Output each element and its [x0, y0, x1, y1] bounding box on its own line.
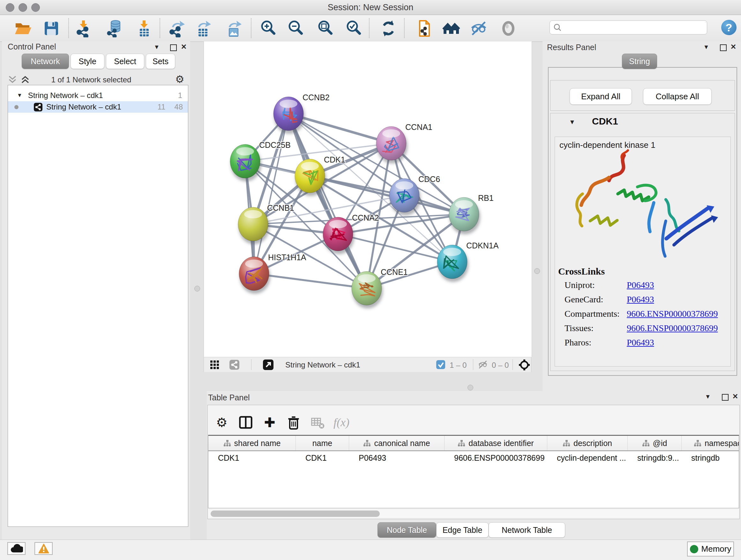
bottom-splitter-handle[interactable]: [468, 385, 473, 390]
plus-icon: ✚: [264, 415, 275, 430]
network-edge[interactable]: [254, 273, 367, 288]
network-edge[interactable]: [254, 114, 288, 273]
table-cell[interactable]: P06493: [349, 451, 445, 464]
column-header-canonical-name[interactable]: canonical name: [349, 436, 445, 450]
table-cell[interactable]: 9606.ENSP00000378699: [445, 451, 547, 464]
table-cell[interactable]: cyclin-dependent ...: [547, 451, 628, 464]
zoom-fit-button[interactable]: [316, 19, 335, 38]
table-horizontal-scrollbar[interactable]: [209, 510, 738, 517]
database-icon: [105, 19, 123, 37]
panel-close-icon[interactable]: ✕: [731, 392, 740, 401]
node-detail-card: cyclin-dependent kinase 1: [555, 137, 731, 367]
crosslink-link[interactable]: P06493: [627, 280, 654, 290]
string-home-button[interactable]: [442, 19, 461, 38]
table-row[interactable]: CDK1CDK1P064939606.ENSP00000378699cyclin…: [208, 451, 739, 464]
crosslink-row: Pharos:P06493: [555, 337, 731, 351]
panel-float-icon[interactable]: [170, 44, 177, 51]
export-table-button[interactable]: [194, 19, 212, 38]
string-results-container: Expand All Collapse All ▼ CDK1 cyclin-de…: [548, 67, 737, 376]
enhanced-graphics-toggle-button[interactable]: [469, 19, 488, 38]
import-network-file-button[interactable]: [74, 19, 92, 38]
tab-network-table[interactable]: Network Table: [488, 522, 565, 538]
warnings-button[interactable]: [35, 542, 53, 555]
string-network-graph[interactable]: CCNB2CCNA1CDC25BCDK1CDC6RB1CCNB1CCNA2CDK…: [204, 42, 532, 357]
selected-nodes-checkbox[interactable]: [436, 360, 445, 369]
scrollbar-thumb[interactable]: [211, 510, 380, 517]
tab-network[interactable]: Network: [22, 54, 69, 69]
results-tab-string[interactable]: String: [622, 54, 657, 69]
update-network-button[interactable]: [379, 19, 398, 38]
crosslink-link[interactable]: 9606.ENSP00000378699: [627, 309, 718, 319]
zoom-selected-icon: [345, 19, 363, 37]
delete-column-button[interactable]: [284, 413, 303, 432]
save-session-button[interactable]: [42, 19, 61, 38]
node-label-CCNA2: CCNA2: [352, 213, 379, 222]
zoom-in-button[interactable]: [259, 19, 278, 38]
presentation-mode-button[interactable]: [499, 19, 518, 38]
panel-menu-icon[interactable]: ▾: [703, 392, 713, 401]
network-collection-row[interactable]: ▼ String Network – cdk1 1: [8, 90, 188, 101]
panel-close-icon[interactable]: ✕: [729, 43, 738, 51]
zoom-selected-button[interactable]: [345, 19, 363, 38]
node-collapse-arrow-icon[interactable]: ▼: [569, 118, 576, 126]
crosslink-link[interactable]: 9606.ENSP00000378699: [627, 323, 718, 333]
crosslink-row: Uniprot:P06493: [555, 280, 731, 294]
import-network-database-button[interactable]: [105, 19, 124, 38]
show-columns-button[interactable]: [236, 413, 255, 432]
import-table-file-button[interactable]: [135, 19, 153, 38]
table-cell[interactable]: CDK1: [296, 451, 349, 464]
open-session-button[interactable]: [14, 19, 32, 38]
create-column-button[interactable]: ✚: [260, 413, 279, 432]
cloud-status-button[interactable]: [7, 542, 25, 555]
column-header-name[interactable]: name: [296, 436, 349, 450]
collection-expand-icon[interactable]: ▼: [17, 92, 22, 99]
collapse-all-icon[interactable]: [8, 75, 17, 84]
table-cell[interactable]: stringdb:9...: [628, 451, 682, 464]
network-view-canvas[interactable]: CCNB2CCNA1CDC25BCDK1CDC6RB1CCNB1CCNA2CDK…: [204, 42, 532, 357]
column-header-database-identifier[interactable]: database identifier: [445, 436, 547, 450]
crosshair-icon[interactable]: [518, 359, 530, 371]
search-box[interactable]: [549, 20, 707, 35]
panel-menu-icon[interactable]: ▾: [152, 43, 161, 51]
crosslink-link[interactable]: P06493: [627, 337, 654, 348]
panel-menu-icon[interactable]: ▾: [701, 43, 711, 51]
panel-float-icon[interactable]: [722, 394, 729, 401]
string-network-gray-icon[interactable]: [229, 360, 239, 370]
open-in-new-window-icon[interactable]: [263, 360, 273, 370]
right-splitter-handle[interactable]: [534, 268, 540, 274]
expand-all-button[interactable]: Expand All: [569, 88, 632, 105]
tab-node-table[interactable]: Node Table: [378, 522, 436, 538]
tab-sets[interactable]: Sets: [146, 54, 175, 69]
panel-float-icon[interactable]: [720, 44, 727, 51]
tab-style[interactable]: Style: [71, 54, 105, 69]
expand-all-icon[interactable]: [20, 75, 30, 84]
network-edge[interactable]: [288, 114, 367, 288]
search-input[interactable]: [562, 23, 707, 32]
string-protein-query-button[interactable]: [415, 19, 433, 38]
help-button[interactable]: ?: [721, 20, 737, 35]
column-header-description[interactable]: description: [547, 436, 628, 450]
column-header-@id[interactable]: @id: [628, 436, 682, 450]
column-header-shared-name[interactable]: shared name: [208, 436, 296, 450]
toolbar-separator: [251, 359, 252, 370]
table-settings-button[interactable]: ⚙: [212, 413, 231, 432]
tab-select[interactable]: Select: [106, 54, 144, 69]
zoom-out-button[interactable]: [286, 19, 305, 38]
export-network-button[interactable]: [168, 19, 186, 38]
collapse-all-button[interactable]: Collapse All: [643, 88, 712, 105]
memory-button[interactable]: Memory: [687, 542, 734, 557]
cloud-icon: [10, 544, 23, 553]
panel-close-icon[interactable]: ✕: [179, 43, 189, 51]
left-splitter-handle[interactable]: [194, 286, 200, 292]
table-cell[interactable]: CDK1: [208, 451, 296, 464]
crosslink-link[interactable]: P06493: [627, 294, 654, 305]
export-image-button[interactable]: [225, 19, 243, 38]
export-table-icon: [194, 19, 212, 37]
table-cell[interactable]: stringdb: [682, 451, 739, 464]
node-table[interactable]: shared namenamecanonical namedatabase id…: [208, 435, 739, 508]
network-row-selected[interactable]: String Network – cdk1 11 48: [8, 101, 188, 113]
column-header-namespace[interactable]: namespace: [682, 436, 739, 450]
tab-edge-table[interactable]: Edge Table: [436, 522, 488, 538]
network-options-gear-icon[interactable]: ⚙: [175, 73, 185, 85]
grid-view-icon[interactable]: [210, 361, 219, 369]
